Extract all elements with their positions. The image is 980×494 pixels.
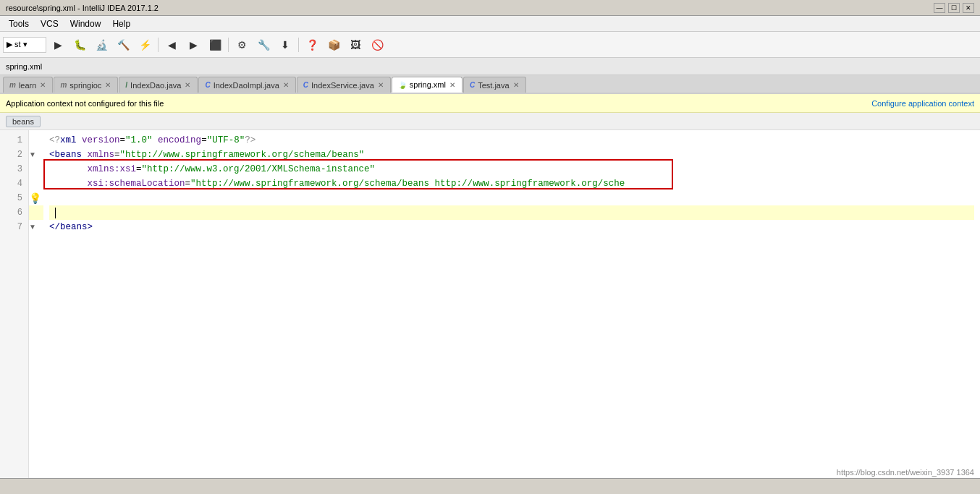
title-text: resource\spring.xml - IntelliJ IDEA 2017… [6,4,159,12]
path-bar: spring.xml [0,58,980,75]
editor-content[interactable]: <?xml version="1.0" encoding="UTF-8"?> <… [43,130,980,494]
help-toolbar-button[interactable]: ❓ [302,35,322,55]
tab-springioc[interactable]: m springioc ✕ [54,77,118,93]
close-button[interactable]: ✕ [963,3,974,13]
lightbulb-5[interactable]: 💡 [29,191,43,205]
pi-open: <? [49,133,60,148]
separator-1 [158,38,159,52]
tab-icon-springxml: 🍃 [398,81,407,89]
debug-button[interactable]: 🐛 [69,35,90,55]
run-button[interactable]: ▶ [48,35,68,55]
download-button[interactable]: ⬇ [275,35,295,55]
line-num-5: 5 [0,191,22,205]
pi-encoding-val: "UTF-8" [207,133,245,148]
tab-close-indexdao[interactable]: ✕ [184,81,191,89]
beans-tag: beans [55,148,83,162]
tab-close-springioc[interactable]: ✕ [104,81,111,89]
tab-close-indexservice[interactable]: ✕ [377,81,384,89]
tab-icon-learn: m [9,81,16,89]
disable-button[interactable]: 🚫 [367,35,387,55]
toolbar: ▶ st ▾ ▶ 🐛 🔬 🔨 ⚡ ◀ ▶ ⬛ ⚙ 🔧 ⬇ ❓ 📦 🖼 🚫 [0,32,980,58]
settings-button[interactable]: ⚙ [232,35,252,55]
menu-vcs[interactable]: VCS [35,17,64,30]
tab-indexdaoimpl[interactable]: C IndexDaoImpl.java ✕ [198,77,295,93]
tab-icon-springioc: m [60,81,67,89]
editor-container: 🦊 e O ↻ 1 2 3 4 5 6 7 ▼ 💡 ▼ <?xml versio… [0,130,980,494]
tab-label-indexdaoimpl: IndexDaoImpl.java [214,81,279,90]
tab-label-indexservice: IndexService.java [311,81,374,90]
gutter: ▼ 💡 ▼ [29,130,43,494]
coverage-button[interactable]: 🔬 [91,35,111,55]
code-line-6 [49,205,974,220]
gutter-3 [29,162,43,176]
xmlns-attr: xmlns [88,148,115,162]
separator-3 [298,38,299,52]
image-button[interactable]: 🖼 [345,35,366,55]
path-text: spring.xml [6,62,42,71]
pi-version-attr: version [82,133,120,148]
warning-message: Application context not configured for t… [6,99,164,108]
pi-space [77,133,83,148]
beans-close-tag: beans [60,220,88,234]
editor-cursor [55,208,56,218]
xsi-attr: xmlns:xsi [88,162,137,176]
pi-close: ?> [245,133,255,148]
tab-icon-indexservice: C [303,81,308,89]
stop-button[interactable]: ⬛ [205,35,225,55]
title-bar: resource\spring.xml - IntelliJ IDEA 2017… [0,0,980,16]
xsi-val: "http://www.w3.org/2001/XMLSchema-instan… [142,162,376,176]
line-num-6: 6 [0,205,22,220]
menu-tools[interactable]: Tools [3,17,35,30]
tab-icon-indexdao: I [125,81,127,89]
tab-close-springxml[interactable]: ✕ [449,81,456,89]
rebuild-button[interactable]: ⚡ [135,35,155,55]
code-line-2: <beans xmlns="http://www.springframework… [49,148,974,162]
menu-window[interactable]: Window [64,17,107,30]
tools2-button[interactable]: 🔧 [253,35,274,55]
fold-btn-7[interactable]: ▼ [29,220,43,234]
tab-indexdao[interactable]: I IndexDao.java ✕ [119,77,198,93]
breadcrumb-beans[interactable]: beans [6,116,41,127]
line-num-2: 2 [0,148,22,162]
line-num-3: 3 [0,162,22,176]
menu-help[interactable]: Help [106,17,136,30]
warning-bar: Application context not configured for t… [0,94,980,113]
code-line-7: </beans> [49,220,974,234]
modules-button[interactable]: 📦 [324,35,344,55]
tab-indexservice[interactable]: C IndexService.java ✕ [297,77,391,93]
tab-close-learn[interactable]: ✕ [39,81,46,89]
gutter-6 [29,205,43,220]
tab-label-indexdao: IndexDao.java [130,81,181,90]
tab-icon-indexdaoimpl: C [205,81,210,89]
line-num-7: 7 [0,220,22,234]
separator-2 [228,38,229,52]
back-button[interactable]: ◀ [161,35,182,55]
tab-learn[interactable]: m learn ✕ [3,77,53,93]
status-bar [0,478,980,494]
line-num-1: 1 [0,133,22,148]
code-line-4: xsi:schemaLocation="http://www.springfra… [49,176,974,191]
code-line-3: xmlns:xsi="http://www.w3.org/2001/XMLSch… [49,162,974,176]
schemalocation-val: "http://www.springframework.org/schema/b… [190,176,625,191]
tab-icon-test: C [470,81,475,89]
tab-close-indexdaoimpl[interactable]: ✕ [282,81,290,89]
tab-test[interactable]: C Test.java ✕ [463,77,526,93]
tab-label-springioc: springioc [69,81,101,90]
line-num-4: 4 [0,176,22,191]
build-button[interactable]: 🔨 [113,35,133,55]
code-line-5 [49,191,974,205]
tab-springxml[interactable]: 🍃 spring.xml ✕ [392,77,462,93]
tab-close-test[interactable]: ✕ [512,81,520,89]
configure-link[interactable]: Configure application context [871,99,974,108]
menu-bar: Tools VCS Window Help [0,16,980,32]
window-controls: — ☐ ✕ [934,3,974,13]
maximize-button[interactable]: ☐ [948,3,960,13]
minimize-button[interactable]: — [934,3,945,13]
fold-btn-2[interactable]: ▼ [29,148,43,162]
pi-encoding-attr: encoding [158,133,201,148]
tab-label-test: Test.java [478,81,509,90]
pi-tag: xml [60,133,77,148]
run-config-dropdown[interactable]: ▶ st ▾ [3,37,46,53]
forward-button[interactable]: ▶ [183,35,203,55]
code-line-1: <?xml version="1.0" encoding="UTF-8"?> [49,133,974,148]
